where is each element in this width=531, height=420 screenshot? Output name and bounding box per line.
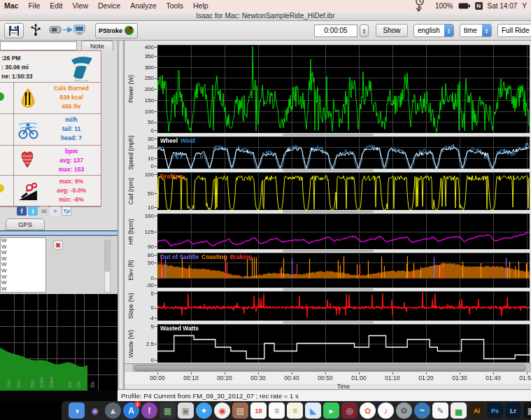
device-to-computer-icon bbox=[49, 22, 85, 36]
facebook-icon[interactable]: f bbox=[17, 206, 27, 216]
plot-waste[interactable] bbox=[157, 324, 530, 363]
slope-icon bbox=[14, 176, 42, 206]
list-item[interactable]: W bbox=[1, 244, 45, 251]
pstroke-button[interactable]: PStroke bbox=[95, 23, 138, 38]
dock-launchpad[interactable]: ▲ bbox=[105, 402, 121, 419]
toolbar: PStroke 0:00:05 ▲▼ Show english▲▼ time▲▼… bbox=[0, 21, 531, 41]
legend-speed: WheelWind bbox=[160, 137, 198, 144]
dock-itunes[interactable]: ♪ bbox=[378, 402, 394, 419]
dock-siri[interactable]: ◉ bbox=[87, 402, 103, 419]
interval-list[interactable]: WWWWWWWWW bbox=[0, 237, 46, 293]
window-title-bar[interactable]: Isaac for Mac: NewtonSampleRide_HiDef.ib… bbox=[0, 11, 531, 21]
note-button[interactable]: Note bbox=[81, 41, 113, 50]
dock-finder[interactable]: ◑ bbox=[69, 402, 85, 419]
menu-device[interactable]: Device bbox=[98, 1, 120, 10]
twitter-icon[interactable]: t bbox=[28, 206, 38, 216]
list-item[interactable]: W bbox=[1, 268, 45, 274]
list-item[interactable]: W bbox=[1, 238, 45, 244]
chart-horizontal-scrollbar[interactable] bbox=[125, 363, 531, 372]
dock-chart-app[interactable]: ▅ bbox=[451, 402, 467, 419]
dock-photoshop[interactable]: Ps bbox=[487, 402, 503, 419]
save-button[interactable] bbox=[4, 23, 24, 38]
dock-tiles-app[interactable]: ▦ bbox=[160, 402, 176, 419]
trainingpeaks-icon[interactable]: Tp bbox=[62, 206, 71, 216]
mini-scrollbar[interactable] bbox=[283, 169, 374, 172]
dock-system-preferences[interactable]: ⚙ bbox=[396, 402, 412, 419]
stat-row-heart[interactable]: bpmavg: 137max: 153 bbox=[0, 146, 101, 176]
tab-gps[interactable]: GPS bbox=[6, 218, 45, 230]
vertical-splitter[interactable] bbox=[118, 41, 125, 401]
dock-reminders[interactable]: ≡ bbox=[269, 402, 285, 419]
list-item[interactable]: W bbox=[1, 274, 45, 281]
mail-icon[interactable]: ✉ bbox=[39, 206, 49, 216]
dock-photo-booth[interactable]: ◎ bbox=[341, 402, 357, 419]
plot-cadence[interactable] bbox=[157, 172, 530, 210]
dock-lightroom[interactable]: Lr bbox=[505, 402, 521, 419]
dock-facetime[interactable]: ▸ bbox=[323, 402, 339, 419]
horizontal-splitter[interactable] bbox=[0, 230, 118, 236]
send-icon[interactable]: ✈ bbox=[50, 206, 60, 216]
dock-openoffice[interactable]: ~ bbox=[414, 402, 430, 419]
menu-file[interactable]: File bbox=[28, 1, 40, 10]
dock-safari[interactable]: ✦ bbox=[196, 402, 212, 419]
delete-button[interactable]: ✖ bbox=[53, 240, 63, 250]
plot-power[interactable] bbox=[157, 45, 530, 133]
time-machine-icon[interactable] bbox=[416, 0, 425, 6]
mini-scrollbar[interactable] bbox=[283, 288, 374, 290]
units-select[interactable]: english▲▼ bbox=[413, 24, 454, 37]
battery-icon[interactable] bbox=[458, 3, 470, 9]
stat-row-calories[interactable]: Cals Burned839 kcal456 /hr bbox=[0, 83, 101, 114]
list-item[interactable]: W bbox=[1, 262, 45, 268]
usb-icon[interactable] bbox=[31, 22, 41, 39]
list-item[interactable]: W bbox=[1, 250, 45, 256]
dock-cueprep[interactable]: ▦ bbox=[523, 402, 531, 419]
mini-scrollbar[interactable] bbox=[283, 134, 374, 136]
ride-summary-text: :26 PM: 30.06 mine: 1:50:33 bbox=[1, 54, 32, 81]
app-menu[interactable]: Mac bbox=[4, 1, 18, 10]
menu-user[interactable]: Y bbox=[522, 2, 527, 10]
download-ride-button[interactable] bbox=[49, 22, 85, 39]
mini-scrollbar[interactable] bbox=[283, 250, 374, 252]
stat-row-slope[interactable]: max: 9%avg: -0.0%min: -6% bbox=[0, 176, 101, 207]
list-item[interactable]: W bbox=[1, 256, 45, 262]
dock-alert-app[interactable]: ! bbox=[141, 402, 157, 419]
social-share-row: ft✉✈Tp bbox=[17, 206, 101, 218]
stat-left-fragment bbox=[0, 83, 14, 113]
ride-name-input[interactable] bbox=[0, 41, 77, 50]
menu-edit[interactable]: Edit bbox=[50, 1, 62, 10]
plot-slope[interactable] bbox=[157, 291, 530, 321]
dock-app-store[interactable]: A1 bbox=[123, 402, 139, 419]
list-scrollbar-thumb[interactable] bbox=[105, 239, 110, 272]
dock-maps[interactable]: ◣ bbox=[305, 402, 321, 419]
dock-notes[interactable]: ≡ bbox=[287, 402, 303, 419]
stat-row-wind[interactable]: mi/htail: 11head: 7 bbox=[0, 114, 101, 146]
mode-select[interactable]: time▲▼ bbox=[460, 24, 492, 37]
scrollbar-thumb[interactable] bbox=[134, 365, 526, 371]
mini-scrollbar[interactable] bbox=[283, 211, 374, 213]
menu-tools[interactable]: Tools bbox=[167, 1, 184, 10]
dock-contacts[interactable]: ▤ bbox=[232, 402, 248, 419]
list-scrollbar[interactable] bbox=[104, 237, 111, 293]
time-stepper[interactable]: ▲▼ bbox=[360, 24, 369, 37]
dock-illustrator[interactable]: Ai bbox=[469, 402, 485, 419]
time-cursor-field[interactable]: 0:00:05 bbox=[314, 24, 357, 37]
y-axis-waste: Waste (W)52.50 bbox=[125, 324, 157, 363]
plot-heart-rate[interactable] bbox=[157, 214, 530, 249]
power-duration-chart[interactable] bbox=[0, 294, 118, 391]
dock-calendar[interactable]: 18 bbox=[250, 402, 267, 419]
mini-scrollbar[interactable] bbox=[283, 321, 374, 323]
range-select[interactable]: Full Ride bbox=[497, 24, 531, 37]
dock-textedit[interactable]: ✎ bbox=[432, 402, 448, 419]
menu-help[interactable]: Help bbox=[193, 1, 208, 10]
menu-analyze[interactable]: Analyze bbox=[130, 1, 156, 10]
plot-speed[interactable] bbox=[157, 136, 530, 169]
menu-view[interactable]: View bbox=[72, 1, 88, 10]
dock-chrome[interactable]: ◉ bbox=[214, 402, 230, 419]
list-item[interactable]: W bbox=[1, 286, 45, 293]
show-button[interactable]: Show bbox=[376, 24, 408, 37]
dock-preview-app[interactable]: ▣ bbox=[178, 402, 194, 419]
notification-badge-icon[interactable]: N bbox=[475, 2, 483, 10]
menu-clock[interactable]: Sat 14:07 bbox=[488, 2, 518, 10]
list-item[interactable]: W bbox=[1, 280, 45, 286]
dock-photos[interactable]: ✿ bbox=[360, 402, 376, 419]
